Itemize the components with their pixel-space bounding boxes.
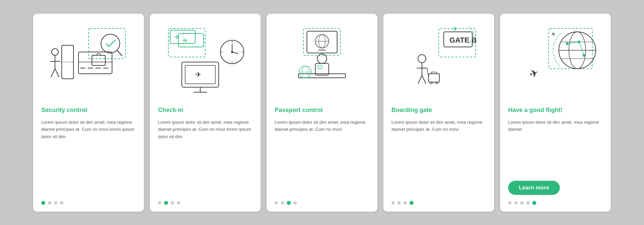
illustration-security: [41, 22, 136, 102]
dot-2: [514, 201, 518, 205]
svg-rect-48: [318, 65, 322, 69]
dots-security: [41, 201, 63, 205]
illustration-checkin: ✈ ✈ ✈: [158, 22, 253, 102]
card-text-boarding: Lorem ipsum dolor sit dim amet, mea regi…: [391, 119, 486, 195]
svg-point-13: [52, 49, 58, 55]
card-text-security: Lorem ipsum dolor sit dim amet, mea regi…: [41, 119, 136, 195]
dot-3: [54, 201, 57, 205]
dots-checkin: [158, 201, 180, 205]
dot-4: [177, 201, 180, 205]
dot-1: [275, 201, 278, 205]
dot-5: [532, 201, 536, 205]
card-title-security: Security control: [41, 106, 87, 114]
card-title-checkin: Check-in: [158, 106, 183, 114]
svg-text:✈: ✈: [183, 37, 188, 44]
svg-line-60: [422, 75, 426, 84]
dot-1: [391, 201, 395, 205]
card-security-control: Security control Lorem ipsum dolor sit d…: [33, 14, 144, 212]
svg-rect-7: [92, 55, 105, 65]
svg-text:✈: ✈: [452, 25, 458, 33]
svg-text:PASS: PASS: [319, 49, 326, 52]
svg-text:✈: ✈: [550, 31, 557, 38]
dot-2: [164, 201, 168, 205]
cards-container: Security control Lorem ipsum dolor sit d…: [20, 4, 624, 222]
svg-line-65: [427, 68, 429, 77]
card-text-checkin: Lorem ipsum dolor sit dim amet, mea regi…: [158, 119, 253, 195]
card-boarding-gate: GATE B ✈ Board: [383, 14, 494, 212]
dot-3: [404, 201, 407, 205]
dots-flight: [508, 201, 536, 205]
dot-1: [158, 201, 161, 205]
dot-3: [287, 201, 291, 205]
dot-4: [60, 201, 63, 205]
svg-rect-61: [429, 74, 439, 82]
svg-rect-11: [62, 45, 73, 79]
svg-text:✈: ✈: [195, 70, 201, 79]
svg-point-34: [231, 51, 233, 53]
card-check-in: ✈ ✈ ✈: [150, 14, 261, 212]
card-title-flight: Have a good flight!: [508, 106, 562, 114]
dot-2: [281, 201, 284, 205]
illustration-passport: PASS: [275, 22, 369, 102]
svg-rect-24: [178, 34, 204, 47]
dot-1: [41, 201, 45, 205]
card-passport-control: PASS Passport control Lorem ipsum dolor …: [267, 14, 377, 212]
svg-rect-45: [299, 74, 345, 78]
dot-4: [410, 201, 414, 205]
dot-3: [171, 201, 174, 205]
dots-passport: [275, 201, 297, 205]
card-text-passport: Lorem ipsum dolor sit dim amet, mea regi…: [275, 119, 369, 195]
card-title-boarding: Boarding gate: [391, 106, 432, 114]
svg-line-78: [579, 42, 584, 55]
dot-3: [520, 201, 524, 205]
card-text-flight: Lorem ipsum dolor sit dim amet, mea regi…: [508, 119, 603, 176]
dot-2: [48, 201, 51, 205]
svg-line-17: [55, 69, 59, 77]
illustration-boarding: GATE B ✈: [391, 22, 486, 102]
dot-1: [508, 201, 512, 205]
dots-boarding: [391, 201, 414, 205]
illustration-flight: ✈ ✈: [508, 22, 603, 102]
svg-line-77: [567, 42, 579, 44]
svg-rect-47: [315, 63, 329, 75]
svg-point-46: [317, 54, 327, 63]
svg-line-59: [418, 75, 422, 84]
learn-more-button[interactable]: Learn more: [508, 181, 560, 195]
dot-4: [526, 201, 530, 205]
svg-line-16: [51, 69, 55, 77]
svg-text:GATE B: GATE B: [449, 36, 477, 44]
card-good-flight: ✈ ✈ Have a good flight! Lorem ipsum dolo…: [500, 14, 611, 212]
svg-text:✈: ✈: [528, 66, 540, 80]
dot-2: [397, 201, 401, 205]
card-title-passport: Passport control: [275, 106, 323, 114]
svg-point-56: [418, 55, 426, 63]
dot-4: [293, 201, 297, 205]
svg-line-19: [117, 50, 122, 56]
